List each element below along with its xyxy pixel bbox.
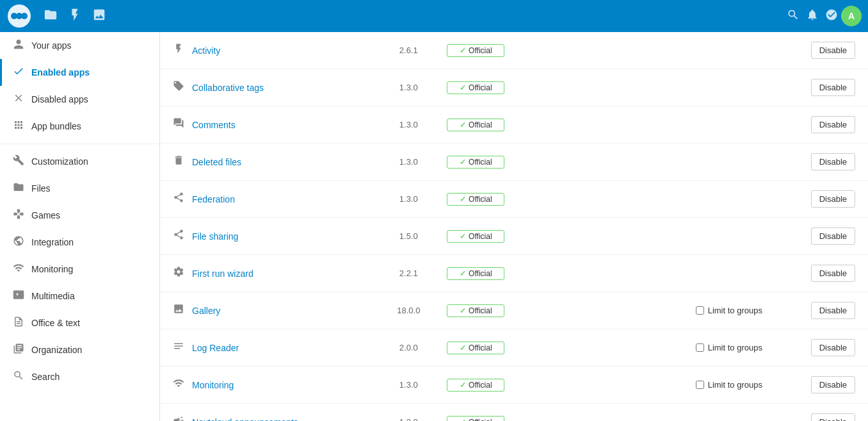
app-version-deleted-files: 1.3.0	[383, 157, 434, 167]
main-layout: Your apps Enabled apps Disabled apps App…	[0, 32, 868, 421]
disable-button-activity[interactable]: Disable	[811, 42, 855, 59]
limit-checkbox-log-reader[interactable]	[696, 343, 704, 352]
activity-nav-icon[interactable]	[68, 8, 82, 25]
app-icon-log-reader	[173, 340, 192, 355]
app-icon-first-run-wizard	[173, 266, 192, 281]
disable-button-first-run-wizard[interactable]: Disable	[811, 265, 855, 282]
disable-button-monitoring[interactable]: Disable	[811, 376, 855, 393]
disable-button-collaborative-tags[interactable]: Disable	[811, 79, 855, 96]
official-badge-monitoring: ✓Official	[447, 379, 504, 392]
official-badge-file-sharing: ✓Official	[447, 230, 504, 243]
app-icon-monitoring	[173, 377, 192, 392]
app-row-federation: Federation 1.3.0 ✓Official Disable	[160, 181, 868, 218]
app-icon-file-sharing	[173, 229, 192, 244]
app-row-file-sharing: File sharing 1.5.0 ✓Official Disable	[160, 218, 868, 255]
app-list-content: Activity 2.6.1 ✓Official Disable Collabo…	[160, 32, 868, 421]
app-name-federation[interactable]: Federation	[192, 194, 383, 204]
app-row-deleted-files: Deleted files 1.3.0 ✓Official Disable	[160, 144, 868, 181]
sidebar-item-files-label: Files	[31, 183, 51, 194]
app-version-federation: 1.3.0	[383, 194, 434, 204]
grid-icon	[12, 119, 25, 133]
app-row-activity: Activity 2.6.1 ✓Official Disable	[160, 32, 868, 69]
app-row-gallery: Gallery 18.0.0 ✓Official Limit to groups…	[160, 292, 868, 329]
notifications-nav-icon[interactable]	[803, 5, 822, 28]
app-icon-nextcloud-announcements	[173, 415, 192, 421]
gallery-nav-icon[interactable]	[92, 8, 106, 25]
search-nav-icon[interactable]	[784, 5, 803, 28]
sidebar-item-search[interactable]: Search	[0, 363, 159, 390]
sidebar-item-multimedia-label: Multimedia	[31, 291, 75, 301]
sidebar-item-app-bundles-label: App bundles	[31, 121, 81, 131]
app-name-first-run-wizard[interactable]: First run wizard	[192, 268, 383, 279]
app-row-collaborative-tags: Collaborative tags 1.3.0 ✓Official Disab…	[160, 69, 868, 106]
app-row-monitoring: Monitoring 1.3.0 ✓Official Limit to grou…	[160, 367, 868, 404]
sidebar-item-your-apps[interactable]: Your apps	[0, 32, 159, 59]
app-name-nextcloud-announcements[interactable]: Nextcloud announcements	[192, 417, 383, 422]
office-icon	[12, 316, 25, 330]
gamepad-icon	[12, 208, 25, 222]
sidebar-item-office-text-label: Office & text	[31, 318, 80, 328]
disable-button-log-reader[interactable]: Disable	[811, 339, 855, 356]
official-badge-activity: ✓Official	[447, 44, 504, 57]
limit-to-groups-gallery[interactable]: Limit to groups	[696, 306, 811, 315]
app-version-collaborative-tags: 1.3.0	[383, 83, 434, 92]
check-icon	[12, 65, 25, 79]
user-avatar[interactable]: A	[841, 6, 862, 26]
app-name-log-reader[interactable]: Log Reader	[192, 343, 383, 353]
sidebar-item-disabled-apps[interactable]: Disabled apps	[0, 86, 159, 113]
disable-button-file-sharing[interactable]: Disable	[811, 227, 855, 245]
sidebar-item-enabled-apps-label: Enabled apps	[31, 67, 90, 78]
sidebar-item-games-label: Games	[31, 210, 60, 220]
app-name-collaborative-tags[interactable]: Collaborative tags	[192, 83, 383, 93]
app-icon-federation	[173, 192, 192, 206]
disable-button-federation[interactable]: Disable	[811, 190, 855, 208]
limit-to-groups-log-reader[interactable]: Limit to groups	[696, 343, 811, 352]
sidebar-item-monitoring[interactable]: Monitoring	[0, 256, 159, 283]
sidebar-item-games[interactable]: Games	[0, 202, 159, 229]
svg-point-3	[21, 13, 28, 19]
wrench-icon	[12, 154, 25, 169]
disable-button-comments[interactable]: Disable	[811, 116, 855, 133]
account-nav-icon[interactable]	[822, 5, 841, 28]
sidebar-item-integration[interactable]: Integration	[0, 229, 159, 256]
sidebar-item-office-text[interactable]: Office & text	[0, 310, 159, 336]
limit-to-groups-monitoring[interactable]: Limit to groups	[696, 380, 811, 390]
sidebar-item-your-apps-label: Your apps	[31, 40, 72, 51]
sidebar-item-organization[interactable]: Organization	[0, 336, 159, 363]
app-version-gallery: 18.0.0	[383, 306, 434, 315]
app-version-first-run-wizard: 2.2.1	[383, 268, 434, 278]
disable-button-gallery[interactable]: Disable	[811, 302, 855, 319]
disable-button-deleted-files[interactable]: Disable	[811, 153, 855, 170]
app-icon-collaborative-tags	[173, 80, 192, 95]
app-row-log-reader: Log Reader 2.0.0 ✓Official Limit to grou…	[160, 329, 868, 367]
limit-checkbox-gallery[interactable]	[696, 306, 704, 315]
sidebar-item-enabled-apps[interactable]: Enabled apps	[0, 59, 159, 86]
disable-button-nextcloud-announcements[interactable]: Disable	[811, 413, 855, 421]
app-name-activity[interactable]: Activity	[192, 45, 383, 56]
sidebar-item-customization[interactable]: Customization	[0, 148, 159, 175]
person-icon	[12, 38, 25, 53]
app-name-gallery[interactable]: Gallery	[192, 306, 383, 316]
org-icon	[12, 343, 25, 357]
sidebar-item-app-bundles[interactable]: App bundles	[0, 113, 159, 140]
app-name-monitoring[interactable]: Monitoring	[192, 380, 383, 390]
app-version-file-sharing: 1.5.0	[383, 231, 434, 241]
sidebar-item-files[interactable]: Files	[0, 175, 159, 202]
app-name-comments[interactable]: Comments	[192, 120, 383, 130]
folder-nav-icon[interactable]	[44, 8, 58, 25]
app-version-comments: 1.3.0	[383, 120, 434, 129]
integration-icon	[12, 235, 25, 249]
sidebar-item-organization-label: Organization	[31, 345, 82, 355]
official-badge-collaborative-tags: ✓Official	[447, 81, 504, 94]
sidebar-item-search-label: Search	[31, 372, 60, 382]
app-name-deleted-files[interactable]: Deleted files	[192, 157, 383, 167]
app-version-activity: 2.6.1	[383, 45, 434, 55]
nextcloud-logo[interactable]	[6, 3, 32, 29]
app-icon-comments	[173, 117, 192, 132]
sidebar-item-multimedia[interactable]: Multimedia	[0, 283, 159, 310]
limit-checkbox-monitoring[interactable]	[696, 381, 704, 389]
app-row-nextcloud-announcements: Nextcloud announcements 1.2.0 ✓Official …	[160, 404, 868, 421]
app-name-file-sharing[interactable]: File sharing	[192, 231, 383, 242]
official-badge-federation: ✓Official	[447, 193, 504, 206]
official-badge-first-run-wizard: ✓Official	[447, 267, 504, 280]
